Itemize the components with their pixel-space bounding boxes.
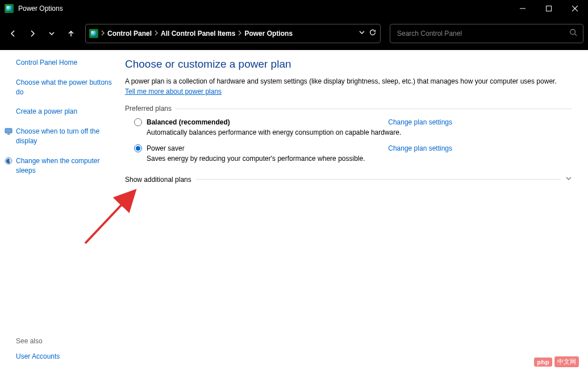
plan-name-power-saver[interactable]: Power saver xyxy=(147,144,185,152)
search-box[interactable] xyxy=(390,24,583,43)
plan-desc-power-saver: Saves energy by reducing your computer's… xyxy=(147,155,452,163)
sidebar-link-sleep[interactable]: Change when the computer sleeps xyxy=(16,156,112,176)
svg-point-4 xyxy=(570,30,576,35)
divider xyxy=(196,179,561,180)
sidebar-link-create-plan[interactable]: Create a power plan xyxy=(16,107,112,117)
intro-text: A power plan is a collection of hardware… xyxy=(125,77,557,85)
content-area: Control Panel Home Choose what the power… xyxy=(0,50,588,374)
forward-button[interactable] xyxy=(24,25,41,42)
sidebar-home[interactable]: Control Panel Home xyxy=(16,58,112,68)
change-settings-balanced[interactable]: Change plan settings xyxy=(388,118,452,126)
close-button[interactable] xyxy=(562,0,588,17)
chevron-right-icon xyxy=(237,30,242,38)
svg-rect-1 xyxy=(547,6,552,11)
plan-desc-balanced: Automatically balances performance with … xyxy=(147,128,452,136)
preferred-plans-label: Preferred plans xyxy=(125,105,172,113)
minimize-button[interactable] xyxy=(510,0,536,17)
watermark: php 中文网 xyxy=(534,356,579,367)
display-icon xyxy=(5,127,12,135)
svg-rect-7 xyxy=(7,134,10,135)
window-title: Power Options xyxy=(18,5,63,13)
address-bar[interactable]: Control Panel All Control Panel Items Po… xyxy=(85,24,381,43)
plan-power-saver: Power saver Change plan settings Saves e… xyxy=(134,144,452,163)
maximize-button[interactable] xyxy=(536,0,562,17)
svg-rect-6 xyxy=(5,128,12,133)
sleep-icon xyxy=(5,157,12,165)
refresh-button[interactable] xyxy=(369,28,377,38)
intro-link[interactable]: Tell me more about power plans xyxy=(125,88,222,95)
chevron-down-icon xyxy=(565,175,572,184)
sidebar-link-turn-off-display[interactable]: Choose when to turn off the display xyxy=(16,127,112,146)
plan-balanced: Balanced (recommended) Change plan setti… xyxy=(134,118,452,136)
show-additional-plans[interactable]: Show additional plans xyxy=(125,175,572,184)
search-input[interactable] xyxy=(396,29,569,38)
chevron-right-icon xyxy=(154,30,159,38)
page-intro: A power plan is a collection of hardware… xyxy=(125,76,562,97)
search-icon[interactable] xyxy=(569,28,577,38)
change-settings-power-saver[interactable]: Change plan settings xyxy=(388,144,452,152)
sidebar: Control Panel Home Choose what the power… xyxy=(0,50,119,374)
app-icon xyxy=(5,4,14,13)
recent-locations-button[interactable] xyxy=(43,25,60,42)
watermark-logo: php xyxy=(534,358,552,367)
page-heading: Choose or customize a power plan xyxy=(125,58,572,70)
radio-balanced[interactable] xyxy=(134,118,142,126)
chevron-right-icon xyxy=(101,30,105,38)
breadcrumb-leaf[interactable]: Power Options xyxy=(244,30,293,38)
svg-line-5 xyxy=(575,34,577,36)
preferred-plans-header: Preferred plans xyxy=(125,105,572,113)
nav-bar: Control Panel All Control Panel Items Po… xyxy=(0,17,588,50)
radio-power-saver[interactable] xyxy=(134,144,142,152)
back-button[interactable] xyxy=(5,25,22,42)
location-icon xyxy=(89,29,98,38)
breadcrumb-root[interactable]: Control Panel xyxy=(107,30,152,38)
title-bar: Power Options xyxy=(0,0,588,17)
watermark-text: 中文网 xyxy=(554,356,579,367)
chevron-down-icon[interactable] xyxy=(358,29,365,38)
breadcrumb-mid[interactable]: All Control Panel Items xyxy=(161,30,235,38)
divider xyxy=(176,109,572,109)
see-also-label: See also xyxy=(16,337,119,345)
up-button[interactable] xyxy=(62,25,80,42)
plan-name-balanced[interactable]: Balanced (recommended) xyxy=(147,118,230,126)
main-panel: ? Choose or customize a power plan A pow… xyxy=(119,50,588,374)
sidebar-link-buttons[interactable]: Choose what the power buttons do xyxy=(16,78,112,97)
sidebar-link-user-accounts[interactable]: User Accounts xyxy=(16,352,112,361)
show-additional-label: Show additional plans xyxy=(125,176,191,184)
